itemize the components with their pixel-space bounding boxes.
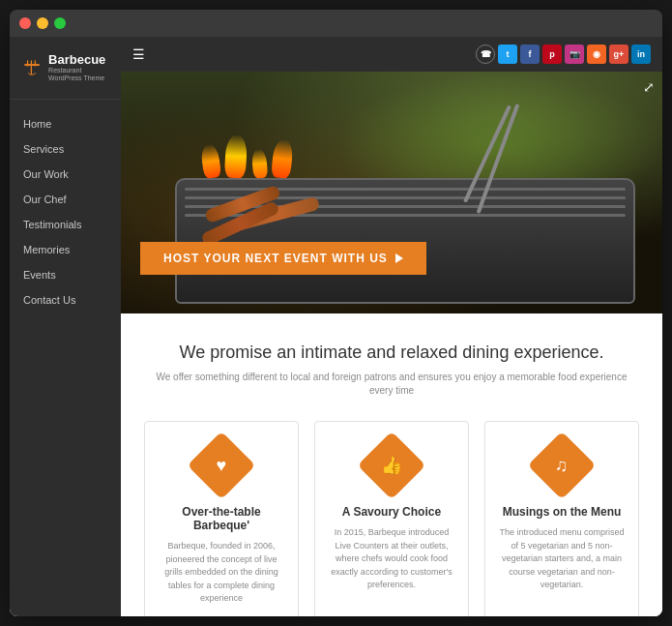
top-bar: ☰ ☎tfp📷◉g+in — [121, 37, 662, 72]
hero-overlay: HOST YOUR NEXT EVENT WITH US — [121, 242, 662, 275]
arrow-right-icon — [395, 253, 403, 263]
section-subtitle: We offer something different to local an… — [144, 371, 639, 398]
logo-text: Barbecue Restaurant WordPress Theme — [48, 52, 107, 83]
sidebar-nav-item[interactable]: Memories — [10, 237, 121, 262]
browser-body: Barbecue Restaurant WordPress Theme Home… — [10, 37, 662, 616]
sidebar-nav-item[interactable]: Services — [10, 136, 121, 162]
main-content[interactable]: ☰ ☎tfp📷◉g+in — [121, 37, 662, 616]
maximize-dot[interactable] — [54, 17, 66, 29]
logo-title: Barbecue — [48, 52, 107, 67]
social-icon-facebook[interactable]: f — [520, 45, 540, 64]
feature-card: ♥ Over-the-table Barbeque' Barbeque, fou… — [144, 421, 299, 616]
logo-subtitle: Restaurant WordPress Theme — [48, 67, 107, 83]
logo-icon — [23, 54, 41, 81]
sidebar-nav-item[interactable]: Home — [10, 111, 121, 136]
hero-section: HOST YOUR NEXT EVENT WITH US ⤢ — [121, 72, 662, 313]
social-icons: ☎tfp📷◉g+in — [476, 45, 651, 64]
card-icon: ♫ — [555, 456, 569, 476]
card-icon-wrap: ♫ — [528, 432, 597, 500]
svg-rect-1 — [27, 60, 28, 66]
sidebar-nav-item[interactable]: Testimonials — [10, 212, 121, 237]
card-text: In 2015, Barbeque introduced Live Counte… — [329, 526, 454, 592]
menu-icon[interactable]: ☰ — [132, 46, 145, 62]
card-title: A Savoury Choice — [329, 505, 454, 519]
social-icon-phone[interactable]: ☎ — [476, 45, 495, 64]
browser-titlebar — [10, 10, 662, 37]
card-icon-wrap: ♥ — [188, 432, 256, 500]
sidebar-nav-item[interactable]: Events — [10, 262, 121, 287]
content-section: We promise an intimate and relaxed dinin… — [121, 313, 662, 616]
svg-rect-3 — [35, 60, 36, 66]
hero-cta-text: HOST YOUR NEXT EVENT WITH US — [163, 252, 388, 265]
card-text: The introduced menu comprised of 5 veget… — [499, 526, 625, 592]
card-title: Over-the-table Barbeque' — [159, 505, 284, 532]
feature-card: ♫ Musings on the Menu The introduced men… — [484, 421, 639, 616]
sidebar-nav-item[interactable]: Our Chef — [10, 187, 121, 212]
hero-cta-button[interactable]: HOST YOUR NEXT EVENT WITH US — [140, 242, 426, 275]
section-title: We promise an intimate and relaxed dinin… — [144, 343, 639, 363]
social-icon-pinterest[interactable]: p — [542, 45, 562, 64]
card-text: Barbeque, founded in 2006, pioneered the… — [159, 540, 284, 606]
social-icon-rss[interactable]: ◉ — [587, 45, 606, 64]
close-dot[interactable] — [19, 17, 31, 29]
social-icon-google[interactable]: g+ — [609, 45, 628, 64]
sidebar: Barbecue Restaurant WordPress Theme Home… — [10, 37, 121, 616]
feature-card: 👍 A Savoury Choice In 2015, Barbeque int… — [314, 421, 469, 616]
sidebar-logo: Barbecue Restaurant WordPress Theme — [10, 52, 121, 100]
sidebar-nav-item[interactable]: Contact Us — [10, 287, 121, 313]
expand-icon[interactable]: ⤢ — [643, 79, 655, 95]
nav-list: HomeServicesOur WorkOur ChefTestimonials… — [10, 111, 121, 313]
card-title: Musings on the Menu — [499, 505, 625, 519]
card-icon: ♥ — [217, 456, 227, 476]
social-icon-linkedin[interactable]: in — [631, 45, 651, 64]
svg-rect-4 — [31, 66, 32, 75]
card-icon: 👍 — [381, 455, 402, 476]
social-icon-instagram[interactable]: 📷 — [565, 45, 584, 64]
social-icon-twitter[interactable]: t — [498, 45, 517, 64]
cards-row: ♥ Over-the-table Barbeque' Barbeque, fou… — [144, 421, 639, 616]
svg-rect-2 — [31, 60, 32, 66]
browser-window: Barbecue Restaurant WordPress Theme Home… — [10, 10, 662, 616]
minimize-dot[interactable] — [37, 17, 48, 29]
sidebar-nav-item[interactable]: Our Work — [10, 162, 121, 187]
card-icon-wrap: 👍 — [358, 432, 426, 500]
